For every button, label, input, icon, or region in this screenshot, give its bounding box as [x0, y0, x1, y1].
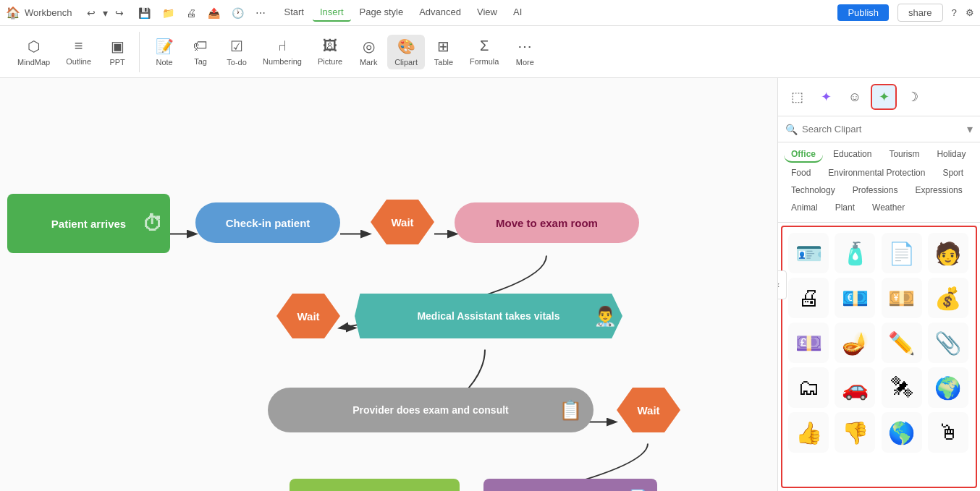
clipart-bottle[interactable]: 🧴: [835, 233, 875, 273]
cat-holiday[interactable]: Holiday: [929, 147, 973, 163]
cat-tourism[interactable]: Tourism: [882, 147, 926, 163]
cat-weather[interactable]: Weather: [865, 200, 912, 215]
clipart-globe-americas[interactable]: 🌎: [882, 412, 922, 453]
node-visit-complete[interactable]: Visit Complete 📄: [483, 479, 657, 491]
clipart-money-bag[interactable]: 💰: [928, 278, 968, 318]
wait1-label: Wait: [391, 216, 413, 229]
cat-technology[interactable]: Technology: [784, 183, 842, 197]
mark-tool[interactable]: ◎ Mark: [351, 35, 386, 69]
clipart-euro[interactable]: 💶: [835, 278, 875, 318]
clipart-icon: 🎨: [397, 38, 415, 55]
nav-start[interactable]: Start: [277, 4, 311, 22]
todo-icon: ☑: [230, 38, 243, 55]
undo-dropdown[interactable]: ▾: [100, 6, 111, 20]
outline-tool[interactable]: ≡ Outline: [59, 35, 98, 69]
clipart-thumbs-down[interactable]: 👎: [835, 412, 875, 453]
clipart-grid: 🪪 🧴 📄 🧑 🖨 💶 💴 💰 💷 🪔 ✏️ 📎 🗂 🚗 🛰 🌍 👍 👎 🌎: [788, 233, 970, 453]
clipart-id-card[interactable]: 🪪: [788, 233, 829, 273]
nav-ai[interactable]: AI: [506, 4, 529, 22]
layout-icon: ⬚: [791, 89, 803, 105]
clipart-thumbs-up[interactable]: 👍: [788, 412, 829, 453]
publish-button[interactable]: Publish: [837, 4, 889, 21]
node-patient-arrives[interactable]: Patient arrives ⏱: [7, 194, 170, 253]
save-file-button[interactable]: 💾: [138, 7, 151, 19]
node-medical-assistant[interactable]: Medical Assistant takes vitals 👨‍⚕️: [355, 294, 622, 338]
node-provider-exam[interactable]: Provider does exam and consult 📋: [268, 388, 594, 432]
clipart-pencil[interactable]: ✏️: [882, 323, 922, 363]
picture-label: Picture: [318, 57, 342, 66]
open-button[interactable]: 📁: [162, 7, 174, 19]
search-icon: 🔍: [785, 124, 798, 135]
picture-tool[interactable]: 🖼 Picture: [311, 35, 350, 69]
mindmap-tool[interactable]: ⬡ MindMap: [10, 35, 57, 69]
clipart-stapler[interactable]: 📎: [928, 323, 968, 363]
cat-expressions[interactable]: Expressions: [908, 183, 969, 197]
clipart-grid-container[interactable]: 🪪 🧴 📄 🧑 🖨 💶 💴 💰 💷 🪔 ✏️ 📎 🗂 🚗 🛰 🌍 👍 👎 🌎: [781, 226, 977, 488]
clipart-globe-africa[interactable]: 🌍: [928, 367, 968, 408]
toolbar: ⬡ MindMap ≡ Outline ▣ PPT 📝 Note 🏷 Tag ☑…: [0, 26, 980, 78]
menu-bar: 🏠 Workbench ↩ ▾ ↪ 💾 📁 🖨 📤 🕐 ⋯ Start Inse…: [0, 0, 980, 26]
print-button[interactable]: 🖨: [186, 7, 196, 19]
share-button[interactable]: share: [897, 4, 943, 22]
redo-button[interactable]: ↪: [112, 6, 127, 20]
clipart-panel-button[interactable]: ✦: [871, 84, 897, 110]
category-row-4: Animal Plant Weather: [784, 200, 974, 215]
cat-food[interactable]: Food: [784, 166, 818, 180]
canvas-area[interactable]: Patient arrives ⏱ Check-in patient Wait …: [0, 78, 777, 491]
clipart-mouse[interactable]: 🖱: [928, 412, 968, 453]
ai-panel-button[interactable]: ✦: [813, 84, 839, 110]
panel-collapse-button[interactable]: ‹: [777, 270, 787, 299]
node-wait3[interactable]: Wait: [617, 388, 680, 432]
cat-animal[interactable]: Animal: [784, 200, 825, 215]
cat-plant[interactable]: Plant: [828, 200, 862, 215]
nav-pagestyle[interactable]: Page style: [352, 4, 411, 22]
nav-view[interactable]: View: [470, 4, 504, 22]
medical-assistant-label: Medical Assistant takes vitals: [417, 310, 559, 322]
clipart-yen[interactable]: 💴: [882, 278, 922, 318]
cat-education[interactable]: Education: [826, 147, 879, 163]
clipart-satellite[interactable]: 🛰: [882, 367, 922, 408]
history-button[interactable]: 🕐: [232, 7, 244, 19]
search-dropdown-icon[interactable]: ▾: [967, 122, 973, 136]
help-button[interactable]: ?: [952, 7, 957, 18]
search-input[interactable]: [802, 124, 963, 135]
ppt-tool[interactable]: ▣ PPT: [100, 35, 135, 69]
settings-button[interactable]: ⚙: [966, 7, 974, 18]
clipart-car[interactable]: 🚗: [835, 367, 875, 408]
cat-environmental[interactable]: Environmental Protection: [821, 166, 932, 180]
undo-button[interactable]: ↩: [84, 6, 98, 20]
formula-tool[interactable]: Σ Formula: [462, 35, 506, 69]
node-patient-checkout[interactable]: Patient checks-out: [290, 479, 460, 491]
clipart-tool[interactable]: 🎨 Clipart: [387, 35, 425, 69]
node-wait1[interactable]: Wait: [371, 200, 434, 244]
clipart-lamp[interactable]: 🪔: [835, 323, 875, 363]
node-check-in[interactable]: Check-in patient: [195, 202, 340, 243]
node-wait2[interactable]: Wait: [276, 294, 340, 338]
layout-panel-button[interactable]: ⬚: [784, 84, 810, 110]
more-tool[interactable]: ⋯ More: [507, 35, 542, 69]
cat-sport[interactable]: Sport: [935, 166, 971, 180]
cat-professions[interactable]: Professions: [845, 183, 905, 197]
clipart-document[interactable]: 📄: [882, 233, 922, 273]
emoji-panel-button[interactable]: ☺: [842, 84, 868, 110]
cat-office[interactable]: Office: [784, 147, 823, 163]
todo-tool[interactable]: ☑ To-do: [219, 35, 254, 69]
more-options-button[interactable]: ⋯: [255, 7, 266, 19]
table-tool[interactable]: ⊞ Table: [426, 35, 461, 69]
numbering-tool[interactable]: ⑁ Numbering: [255, 35, 309, 69]
theme-panel-button[interactable]: ☽: [900, 84, 926, 110]
clipart-pound-bag[interactable]: 💷: [788, 323, 829, 363]
nav-advanced[interactable]: Advanced: [412, 4, 468, 22]
home-icon: 🏠: [6, 6, 20, 20]
node-move-exam[interactable]: Move to exam room: [455, 202, 639, 243]
note-tool[interactable]: 📝 Note: [147, 35, 182, 69]
clipart-clip[interactable]: 🗂: [788, 367, 829, 408]
export-button[interactable]: 📤: [208, 7, 220, 19]
ppt-icon: ▣: [111, 38, 124, 55]
clipart-printer[interactable]: 🖨: [788, 278, 829, 318]
moon-icon: ☽: [907, 89, 918, 105]
clipart-person[interactable]: 🧑: [928, 233, 968, 273]
tag-tool[interactable]: 🏷 Tag: [183, 35, 218, 69]
mindmap-label: MindMap: [17, 58, 50, 67]
nav-insert[interactable]: Insert: [313, 4, 351, 22]
